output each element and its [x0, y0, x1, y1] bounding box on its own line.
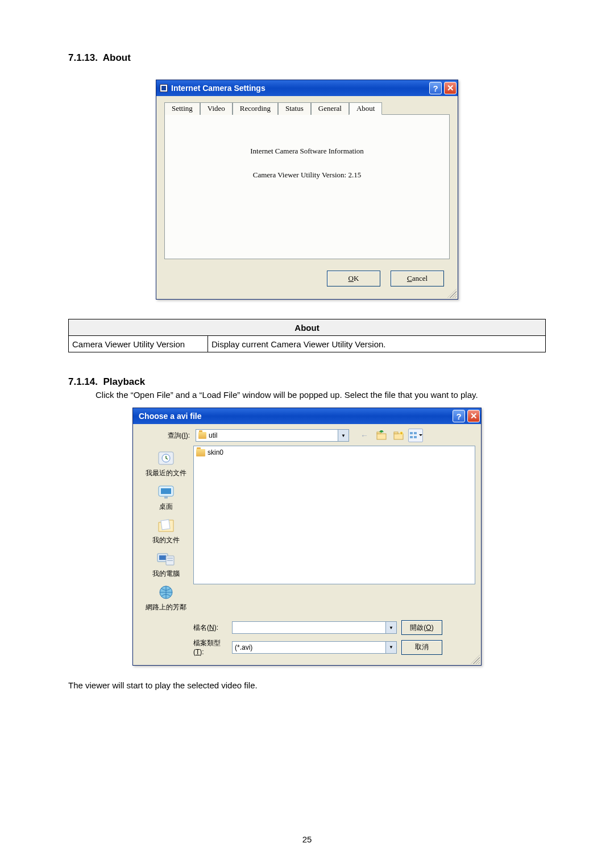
help-button[interactable]: ?	[429, 82, 442, 94]
section-title: About	[103, 52, 131, 63]
svg-rect-8	[414, 436, 417, 438]
close-button[interactable]: ✕	[467, 410, 480, 422]
svg-rect-13	[164, 496, 168, 499]
svg-rect-14	[161, 520, 170, 530]
titlebar[interactable]: Choose a avi file ? ✕	[133, 408, 481, 424]
place-mydocs[interactable]: 我的文件	[152, 516, 180, 545]
folder-icon	[196, 449, 205, 456]
tab-about[interactable]: About	[349, 102, 383, 115]
filetype-label: 檔案類型(T):	[139, 638, 227, 656]
about-description-table: About Camera Viewer Utility Version Disp…	[68, 319, 546, 352]
app-icon	[160, 84, 168, 92]
tab-general[interactable]: General	[311, 102, 349, 115]
svg-rect-0	[377, 434, 386, 439]
place-mycomputer[interactable]: 我的電腦	[152, 550, 180, 579]
my-documents-icon	[156, 516, 176, 534]
svg-rect-18	[167, 558, 173, 559]
tab-setting[interactable]: Setting	[164, 102, 200, 115]
list-item[interactable]: skin0	[196, 448, 223, 456]
places-bar: 我最近的文件 桌面 我的文件	[139, 446, 193, 616]
chevron-down-icon[interactable]	[385, 622, 396, 633]
place-recent[interactable]: 我最近的文件	[146, 449, 186, 478]
help-button[interactable]: ?	[453, 410, 465, 422]
open-button[interactable]: 開啟(O)	[401, 620, 442, 635]
chevron-down-icon[interactable]	[385, 642, 396, 653]
page-number: 25	[0, 834, 614, 844]
place-desktop[interactable]: 桌面	[156, 483, 176, 512]
file-list[interactable]: skin0	[193, 446, 475, 584]
about-line-2: Camera Viewer Utility Version: 2.15	[165, 171, 449, 180]
svg-rect-6	[410, 436, 413, 438]
svg-rect-5	[410, 432, 413, 434]
svg-rect-12	[161, 488, 171, 494]
tab-recording[interactable]: Recording	[233, 102, 278, 115]
views-icon[interactable]	[408, 429, 423, 442]
my-computer-icon	[156, 550, 176, 568]
filetype-value: (*.avi)	[235, 643, 252, 651]
new-folder-icon[interactable]	[391, 429, 406, 442]
network-places-icon	[156, 583, 176, 601]
svg-rect-7	[414, 432, 417, 434]
svg-rect-19	[167, 560, 173, 561]
folder-icon	[198, 432, 206, 439]
playback-paragraph: Click the “Open File” and a “Load File” …	[96, 390, 546, 400]
section-heading-playback: 7.1.14. Playback	[68, 376, 546, 388]
about-table-value: Display current Camera Viewer Utility Ve…	[208, 336, 546, 352]
section-number: 7.1.13.	[68, 52, 98, 63]
post-dialog-text: The viewer will start to play the select…	[68, 680, 546, 690]
about-line-1: Internet Camera Software Information	[165, 147, 449, 156]
titlebar[interactable]: Internet Camera Settings ? ✕	[156, 80, 458, 96]
tab-video[interactable]: Video	[200, 102, 233, 115]
svg-rect-16	[159, 555, 166, 560]
tab-status[interactable]: Status	[278, 102, 311, 115]
desktop-icon	[156, 483, 176, 501]
window-title: Internet Camera Settings	[171, 84, 265, 93]
look-in-value: util	[209, 431, 217, 439]
filename-combo[interactable]	[232, 621, 397, 634]
about-table-header: About	[69, 319, 546, 336]
cancel-button[interactable]: 取消	[401, 640, 442, 655]
back-icon[interactable]: ←	[357, 429, 372, 442]
ok-button[interactable]: OK	[327, 271, 380, 286]
section-number: 7.1.14.	[68, 376, 98, 387]
section-heading-about: 7.1.13. About	[68, 52, 546, 64]
choose-avi-file-dialog: Choose a avi file ? ✕ 查詢(I): util ←	[132, 408, 482, 666]
filename-label: 檔名(N):	[139, 623, 227, 633]
look-in-label: 查詢(I):	[139, 431, 192, 441]
filetype-combo[interactable]: (*.avi)	[232, 641, 397, 654]
place-network[interactable]: 網路上的芳鄰	[146, 583, 186, 612]
svg-rect-3	[394, 432, 398, 434]
about-tab-pane: Internet Camera Software Information Cam…	[164, 114, 450, 259]
about-table-label: Camera Viewer Utility Version	[69, 336, 208, 352]
section-title: Playback	[103, 376, 145, 387]
tab-strip: Setting Video Recording Status General A…	[156, 96, 458, 114]
up-one-level-icon[interactable]	[374, 429, 389, 442]
look-in-combo[interactable]: util	[196, 429, 349, 442]
internet-camera-settings-dialog: Internet Camera Settings ? ✕ Setting Vid…	[156, 80, 458, 300]
cancel-button[interactable]: Cancel	[391, 271, 444, 286]
close-button[interactable]: ✕	[444, 82, 457, 94]
window-title: Choose a avi file	[139, 412, 201, 421]
table-row: Camera Viewer Utility Version Display cu…	[69, 336, 546, 352]
recent-documents-icon	[156, 449, 176, 467]
chevron-down-icon[interactable]	[338, 430, 349, 441]
